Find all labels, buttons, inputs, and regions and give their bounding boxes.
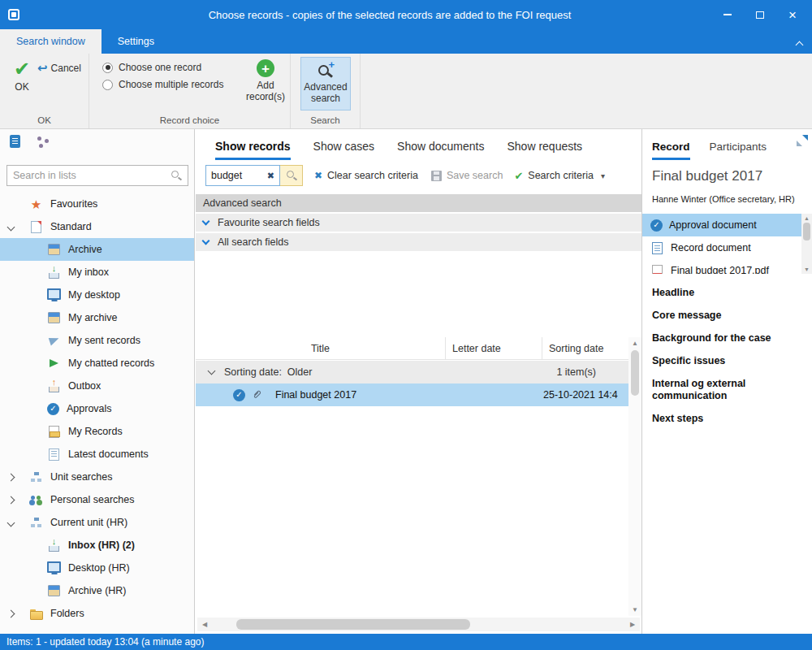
chevron-right-icon[interactable] [7,609,15,618]
tab-show-requests[interactable]: Show requests [507,140,582,160]
result-group-row[interactable]: Sorting date: Older 1 item(s) [196,361,628,384]
column-header-sorting-date[interactable]: Sorting date [542,337,628,359]
scroll-left-icon[interactable]: ◀ [197,621,212,628]
document-item-approval[interactable]: Approval document [642,214,801,236]
group-count: 1 item(s) [556,366,596,378]
record-lists-icon[interactable] [8,135,23,150]
add-records-button[interactable]: + Add record(s) [242,59,289,103]
paperclip-icon [252,389,262,401]
sidebar-item-label: Latest documents [68,448,149,460]
sidebar-item-my-archive[interactable]: My archive [0,306,194,329]
sidebar-item-label: Unit searches [50,471,112,483]
magnifier-plus-icon: + [317,63,334,78]
minimize-button[interactable] [711,0,744,29]
search-query-input[interactable]: budget ✖ [205,165,280,186]
search-lists-input[interactable] [7,170,171,181]
scroll-up-icon[interactable]: ▲ [628,340,641,347]
people-icon [29,493,43,507]
ok-button[interactable]: ✔ OK [6,58,37,93]
chevron-down-icon [202,237,210,245]
favourite-search-fields-section[interactable]: Favourite search fields [196,214,641,232]
desktop-monitor-icon [47,561,61,575]
tab-show-records[interactable]: Show records [215,140,291,160]
results-table-header[interactable]: Title Letter date Sorting date [196,337,628,360]
scroll-right-icon[interactable]: ▶ [625,621,640,628]
record-card-icon [47,425,61,439]
tab-participants[interactable]: Participants [710,141,767,160]
sidebar-item-label: Desktop (HR) [68,562,130,574]
scroll-down-icon[interactable]: ▼ [628,606,641,613]
save-search-button[interactable]: Save search [426,165,508,186]
chevron-right-icon[interactable] [7,496,15,504]
tab-record[interactable]: Record [652,141,690,160]
sidebar-item-my-sent-records[interactable]: My sent records [0,329,194,352]
vertical-scrollbar-thumb[interactable] [631,350,639,396]
horizontal-scrollbar[interactable]: ◀ ▶ [197,618,640,631]
close-button[interactable]: × [776,0,809,29]
chevron-right-icon[interactable] [7,473,15,481]
scrollbar-thumb[interactable] [803,223,810,240]
chevron-down-icon[interactable] [7,518,15,526]
vertical-scrollbar[interactable]: ▲ ▼ [628,337,641,616]
cancel-button[interactable]: ↩ Cancel [37,62,81,74]
app-icon [8,9,19,20]
advanced-search-button[interactable]: + Advanced search [300,57,351,110]
case-structure-icon[interactable] [36,135,50,150]
chevron-down-icon[interactable] [7,223,15,231]
sidebar-item-label: My desktop [68,289,120,301]
chevron-down-icon [202,218,210,226]
horizontal-scrollbar-thumb[interactable] [236,619,470,630]
search-icon [171,170,182,181]
radio-label: Choose multiple records [119,79,223,90]
sidebar-item-inbox-hr[interactable]: Inbox (HR) (2) [0,534,194,557]
all-search-fields-section[interactable]: All search fields [196,233,641,251]
tab-show-documents[interactable]: Show documents [397,140,484,160]
collapse-ribbon-button[interactable] [797,39,802,50]
column-header-title[interactable]: Title [196,337,445,359]
sidebar-item-my-chatted-records[interactable]: My chatted records [0,352,194,375]
sidebar-item-favourites[interactable]: Favourites [0,193,194,215]
expand-panel-icon[interactable] [797,135,808,146]
ribbon-tab-search-window[interactable]: Search window [0,29,102,54]
approval-check-icon [47,403,59,415]
sidebar-item-my-inbox[interactable]: My inbox [0,261,194,284]
ribbon-tab-row: Search window Settings [0,29,812,54]
scroll-up-icon[interactable]: ▲ [804,215,810,221]
sidebar-item-current-unit-hr[interactable]: Current unit (HR) [0,511,194,534]
sidebar-item-label: My chatted records [68,358,154,369]
lined-page-icon [47,448,61,462]
search-criteria-button[interactable]: ✔ Search criteria ▾ [509,165,610,186]
result-row[interactable]: Final budget 2017 25-10-2021 14:4 [196,384,628,406]
ribbon-tab-settings[interactable]: Settings [102,29,171,54]
sidebar-item-folders[interactable]: Folders [0,602,194,625]
run-search-button[interactable] [280,165,303,186]
maximize-icon [756,11,764,19]
document-item-pdf[interactable]: Final budget 2017.pdf [642,259,801,274]
sidebar-item-approvals[interactable]: Approvals [0,397,194,420]
sidebar-item-my-records[interactable]: My Records [0,420,194,443]
document-list-scrollbar[interactable]: ▲ ▼ [801,214,812,274]
sidebar-item-archive[interactable]: Archive [0,238,194,261]
tab-show-cases[interactable]: Show cases [313,140,374,160]
search-icon [286,170,297,181]
chevron-down-icon[interactable] [208,367,216,375]
sidebar-item-desktop-hr[interactable]: Desktop (HR) [0,557,194,579]
org-chart-icon [29,516,43,530]
clear-search-criteria-button[interactable]: ✖ Clear search criteria [309,165,423,186]
clear-query-icon[interactable]: ✖ [267,171,274,181]
radio-choose-multiple-records[interactable]: Choose multiple records [102,79,223,90]
maximize-button[interactable] [744,0,776,29]
document-item-record[interactable]: Record document [642,236,801,259]
sidebar-item-label: Archive (HR) [68,585,127,596]
radio-choose-one-record[interactable]: Choose one record [102,62,201,73]
advanced-search-section-header[interactable]: Advanced search [196,194,641,212]
scroll-down-icon[interactable]: ▼ [804,266,810,272]
sidebar-item-my-desktop[interactable]: My desktop [0,284,194,306]
column-header-letter-date[interactable]: Letter date [445,337,542,359]
sidebar-item-unit-searches[interactable]: Unit searches [0,466,194,488]
sidebar-item-personal-searches[interactable]: Personal searches [0,488,194,511]
sidebar-item-latest-documents[interactable]: Latest documents [0,443,194,466]
sidebar-item-standard[interactable]: Standard [0,215,194,238]
sidebar-item-outbox[interactable]: Outbox [0,375,194,397]
sidebar-item-archive-hr[interactable]: Archive (HR) [0,579,194,602]
